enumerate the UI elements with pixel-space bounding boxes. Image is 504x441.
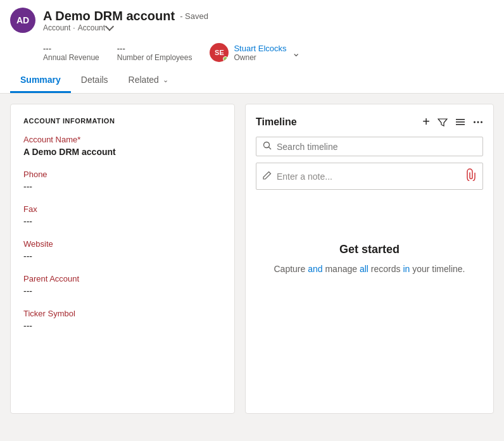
- field-value-ticker-symbol[interactable]: ---: [23, 321, 222, 331]
- owner-avatar: SE: [210, 43, 229, 62]
- timeline-title: Timeline: [256, 116, 297, 128]
- field-label-website: Website: [23, 239, 222, 249]
- account-name: A Demo DRM account: [43, 9, 175, 23]
- field-value-fax[interactable]: ---: [23, 216, 222, 227]
- breadcrumb-sep: ·: [73, 23, 75, 32]
- employees-field: --- Number of Employees: [117, 44, 192, 62]
- employees-value: ---: [117, 44, 192, 53]
- add-timeline-button[interactable]: +: [422, 115, 430, 129]
- svg-rect-2: [456, 124, 465, 125]
- field-label-phone: Phone: [23, 170, 222, 179]
- timeline-header: Timeline +: [256, 115, 483, 129]
- field-value-website[interactable]: ---: [23, 251, 222, 261]
- field-account-name: Account Name* A Demo DRM account: [23, 135, 222, 157]
- svg-line-7: [269, 147, 272, 150]
- breadcrumb: Account · Account: [43, 23, 208, 32]
- account-title: A Demo DRM account - Saved: [43, 9, 208, 23]
- note-placeholder-text[interactable]: Enter a note...: [277, 171, 461, 182]
- timeline-actions: +: [422, 115, 483, 129]
- list-view-icon[interactable]: [455, 117, 465, 127]
- get-started-title: Get started: [339, 243, 400, 256]
- owner-area: SE Stuart Elcocks Owner ⌄: [210, 43, 299, 62]
- search-icon: [263, 141, 272, 152]
- svg-point-5: [481, 121, 482, 123]
- field-value-account-name[interactable]: A Demo DRM account: [23, 147, 222, 157]
- get-started-section: Get started Capture and manage all recor…: [256, 205, 483, 299]
- svg-point-6: [264, 142, 270, 148]
- field-label-account-name: Account Name*: [23, 135, 222, 144]
- account-info-panel: ACCOUNT INFORMATION Account Name* A Demo…: [10, 104, 235, 414]
- svg-rect-1: [456, 121, 465, 123]
- breadcrumb-account2[interactable]: Account: [78, 23, 113, 32]
- filter-icon[interactable]: [438, 117, 448, 127]
- pencil-icon: [263, 171, 272, 182]
- breadcrumb-account1[interactable]: Account: [43, 23, 70, 32]
- tab-related[interactable]: Related ⌄: [118, 68, 179, 93]
- nav-tabs: Summary Details Related ⌄: [10, 68, 494, 93]
- account-avatar: AD: [10, 8, 35, 33]
- main-content: ACCOUNT INFORMATION Account Name* A Demo…: [0, 94, 504, 424]
- field-label-ticker-symbol: Ticker Symbol: [23, 309, 222, 318]
- svg-rect-0: [456, 119, 465, 120]
- owner-role: Owner: [234, 53, 286, 62]
- annual-revenue-label: Annual Revenue: [43, 53, 99, 62]
- field-label-parent-account: Parent Account: [23, 274, 222, 283]
- timeline-panel: Timeline +: [245, 104, 494, 414]
- meta-row: --- Annual Revenue --- Number of Employe…: [10, 38, 494, 68]
- header: AD A Demo DRM account - Saved Account · …: [0, 0, 504, 94]
- saved-badge: - Saved: [180, 11, 208, 21]
- field-ticker-symbol: Ticker Symbol ---: [23, 309, 222, 331]
- field-parent-account: Parent Account ---: [23, 274, 222, 296]
- attachment-icon[interactable]: [466, 168, 476, 184]
- field-label-fax: Fax: [23, 204, 222, 214]
- note-input-box[interactable]: Enter a note...: [256, 163, 483, 190]
- owner-name[interactable]: Stuart Elcocks: [234, 44, 286, 53]
- related-chevron-icon: ⌄: [163, 76, 168, 84]
- search-input[interactable]: [277, 142, 476, 152]
- get-started-desc: Capture and manage all records in your t…: [274, 264, 465, 274]
- owner-info: Stuart Elcocks Owner: [234, 44, 286, 62]
- field-fax: Fax ---: [23, 204, 222, 227]
- header-top: AD A Demo DRM account - Saved Account · …: [10, 8, 494, 33]
- employees-label: Number of Employees: [117, 53, 192, 62]
- tab-summary[interactable]: Summary: [10, 68, 71, 93]
- online-indicator: [223, 56, 228, 61]
- breadcrumb-chevron-icon: [105, 22, 114, 31]
- title-area: A Demo DRM account - Saved Account · Acc…: [43, 9, 208, 32]
- owner-dropdown-icon[interactable]: ⌄: [292, 47, 300, 59]
- field-value-parent-account[interactable]: ---: [23, 286, 222, 296]
- more-options-icon[interactable]: [473, 117, 483, 127]
- section-title: ACCOUNT INFORMATION: [23, 117, 222, 125]
- timeline-search-box[interactable]: [256, 137, 483, 156]
- field-website: Website ---: [23, 239, 222, 261]
- tab-details[interactable]: Details: [71, 68, 118, 93]
- field-phone: Phone ---: [23, 170, 222, 192]
- annual-revenue-value: ---: [43, 44, 99, 53]
- svg-point-3: [474, 121, 476, 123]
- field-value-phone[interactable]: ---: [23, 182, 222, 192]
- annual-revenue-field: --- Annual Revenue: [43, 44, 99, 62]
- svg-point-4: [477, 121, 479, 123]
